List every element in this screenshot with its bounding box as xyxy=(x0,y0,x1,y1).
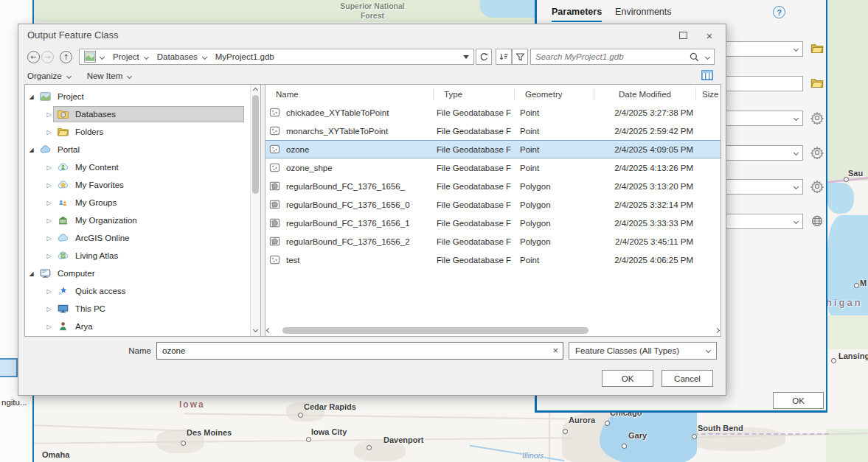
expand-icon[interactable]: ▷ xyxy=(45,200,53,206)
tree-item-portal[interactable]: ◢ Portal xyxy=(25,141,260,158)
table-row[interactable]: ozone_shpe File Geodatabase F Point 2/4/… xyxy=(265,158,721,177)
sort-button[interactable] xyxy=(496,49,512,65)
expand-icon[interactable]: ▷ xyxy=(45,323,53,330)
tab-parameters[interactable]: Parameters xyxy=(552,7,602,22)
expand-icon[interactable]: ▷ xyxy=(45,217,53,224)
tree-item-my-organization[interactable]: ▷ My Organization xyxy=(25,211,260,229)
collapse-icon[interactable]: ◢ xyxy=(27,147,35,153)
tree-item-my-favorites[interactable]: ▷ My Favorites xyxy=(25,176,260,194)
organize-menu[interactable]: Organize xyxy=(27,71,71,80)
city-marker xyxy=(692,434,697,439)
location-tree: ◢ Project ▷ Databases ▷ Folders ◢ Portal… xyxy=(25,85,260,336)
map-road xyxy=(34,424,189,431)
expand-icon[interactable]: ▷ xyxy=(45,164,53,171)
scroll-down-icon[interactable] xyxy=(253,327,258,332)
collapse-icon[interactable]: ◢ xyxy=(27,94,35,100)
details-view-icon[interactable] xyxy=(700,69,715,82)
tree-item-user[interactable]: ▷ Arya xyxy=(25,318,260,335)
tree-item-arcgis-online[interactable]: ▷ ArcGIS Online xyxy=(25,229,260,247)
scrollbar-thumb[interactable] xyxy=(282,327,588,334)
map-label-city: Aurora xyxy=(569,416,595,424)
table-row[interactable]: monarchs_XYTableToPoint File Geodatabase… xyxy=(265,122,721,140)
tree-item-this-pc[interactable]: ▷ This PC xyxy=(25,300,260,318)
table-row[interactable]: test File Geodatabase F Point 2/4/2025 4… xyxy=(265,251,721,269)
tree-item-folders[interactable]: ▷ Folders xyxy=(25,123,260,141)
map-road xyxy=(184,413,568,419)
maximize-button[interactable] xyxy=(670,26,696,45)
tree-scrollbar-thumb[interactable] xyxy=(252,95,259,194)
row-name: chickadee_XYTableToPoint xyxy=(286,108,389,117)
tab-environments[interactable]: Environments xyxy=(615,7,671,22)
table-row[interactable]: regularBound_FC_1376_1656_ File Geodatab… xyxy=(265,177,721,195)
globe-icon[interactable] xyxy=(810,214,824,228)
breadcrumb[interactable]: Project Databases MyProject1.gdb xyxy=(79,49,474,65)
filter-button[interactable] xyxy=(512,49,528,65)
new-item-menu[interactable]: New Item xyxy=(87,71,132,80)
table-row[interactable]: chickadee_XYTableToPoint File Geodatabas… xyxy=(265,103,721,122)
breadcrumb-item-gdb[interactable]: MyProject1.gdb xyxy=(213,52,281,61)
highlighted-field-fragment[interactable] xyxy=(0,358,18,377)
expand-icon[interactable]: ▷ xyxy=(45,288,53,295)
clear-icon[interactable]: × xyxy=(552,345,558,356)
search-icon[interactable] xyxy=(689,52,700,63)
folder-icon[interactable] xyxy=(810,42,824,55)
expand-icon[interactable]: ▷ xyxy=(45,235,53,242)
tree-item-my-content[interactable]: ▷ My Content xyxy=(25,158,260,176)
list-horizontal-scrollbar[interactable] xyxy=(267,326,719,335)
forward-button[interactable]: → xyxy=(41,51,54,63)
table-row[interactable]: regularBound_FC_1376_1656_2 File Geodata… xyxy=(265,232,721,251)
gear-icon[interactable] xyxy=(810,111,824,125)
chevron-down-icon xyxy=(127,73,132,78)
tree-list-splitter[interactable] xyxy=(260,85,265,336)
tree-item-my-groups[interactable]: ▷ My Groups xyxy=(25,194,260,211)
collapse-icon[interactable]: ◢ xyxy=(27,270,35,277)
refresh-button[interactable] xyxy=(476,49,492,65)
address-dropdown-icon[interactable] xyxy=(463,55,469,59)
chevron-down-icon[interactable] xyxy=(100,54,105,59)
breadcrumb-item-databases[interactable]: Databases xyxy=(155,52,213,61)
expand-icon[interactable]: ▷ xyxy=(45,129,53,136)
expand-icon[interactable]: ▷ xyxy=(45,253,53,259)
tree-label: ArcGIS Online xyxy=(75,234,130,242)
expand-icon[interactable]: ▷ xyxy=(45,306,53,312)
back-button[interactable]: ← xyxy=(27,51,40,63)
up-button[interactable]: ↑ xyxy=(60,51,72,63)
table-row[interactable]: regularBound_FC_1376_1656_0 File Geodata… xyxy=(265,195,721,214)
breadcrumb-item-project[interactable]: Project xyxy=(111,52,155,61)
column-header-geometry[interactable]: Geometry xyxy=(515,88,594,101)
point-feature-class-icon xyxy=(269,162,280,173)
map-label-forest: Superior National Forest xyxy=(332,1,413,21)
expand-icon[interactable]: ▷ xyxy=(45,182,53,189)
gear-icon[interactable] xyxy=(810,146,824,159)
table-row-selected[interactable]: ozone File Geodatabase F Point 2/4/2025 … xyxy=(265,140,721,158)
tree-item-computer[interactable]: ◢ Computer xyxy=(25,265,260,282)
column-header-size[interactable]: Size xyxy=(696,88,721,101)
help-icon[interactable]: ? xyxy=(773,6,785,18)
tree-item-quick-access[interactable]: ▷ Quick access xyxy=(25,282,260,300)
expand-icon[interactable]: ▷ xyxy=(45,111,53,118)
cancel-button[interactable]: Cancel xyxy=(662,370,713,387)
name-input[interactable] xyxy=(156,342,563,360)
row-name: regularBound_FC_1376_1656_2 xyxy=(286,237,410,246)
scroll-up-icon[interactable] xyxy=(253,88,258,93)
table-row[interactable]: regularBound_FC_1376_1656_1 File Geodata… xyxy=(265,214,721,232)
tree-item-living-atlas[interactable]: ▷ Living Atlas xyxy=(25,247,260,265)
type-filter-dropdown[interactable]: Feature Classes (All Types) xyxy=(569,342,717,360)
scroll-right-icon[interactable] xyxy=(715,328,720,333)
column-header-name[interactable]: Name xyxy=(265,88,434,101)
tree-item-project[interactable]: ◢ Project xyxy=(25,88,260,105)
chevron-down-icon[interactable] xyxy=(705,54,710,59)
search-input[interactable] xyxy=(535,52,689,61)
ok-button[interactable]: OK xyxy=(602,370,653,387)
map-forest-area xyxy=(34,0,544,22)
tree-scrollbar[interactable] xyxy=(250,85,260,336)
tree-item-databases[interactable]: ▷ Databases xyxy=(25,105,260,123)
row-type: File Geodatabase F xyxy=(434,256,515,265)
column-header-date-modified[interactable]: Date Modified xyxy=(594,88,696,101)
run-ok-button[interactable]: OK xyxy=(773,392,824,409)
gear-icon[interactable] xyxy=(810,180,824,193)
close-button[interactable]: × xyxy=(696,26,723,45)
dialog-title-bar[interactable]: Output Feature Class × xyxy=(18,24,726,46)
folder-icon[interactable] xyxy=(810,77,824,90)
column-header-type[interactable]: Type xyxy=(434,88,515,101)
